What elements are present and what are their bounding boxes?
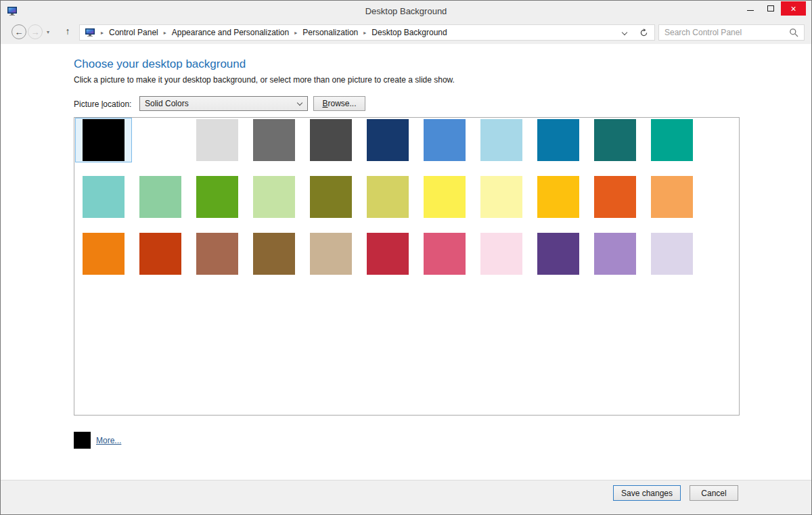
color-tile[interactable] — [302, 231, 359, 276]
color-swatch[interactable] — [537, 233, 579, 275]
color-tile[interactable] — [416, 231, 473, 276]
color-swatch[interactable] — [139, 119, 181, 161]
color-swatch[interactable] — [310, 119, 352, 161]
color-swatch[interactable] — [594, 119, 636, 161]
color-swatch[interactable] — [196, 176, 238, 218]
color-tile[interactable] — [416, 118, 473, 162]
color-tile[interactable] — [302, 118, 359, 162]
color-swatch[interactable] — [480, 233, 522, 275]
color-tile[interactable] — [530, 118, 587, 162]
forward-button[interactable]: → — [28, 24, 43, 39]
color-tile[interactable] — [246, 118, 302, 162]
color-swatch[interactable] — [537, 176, 579, 218]
color-tile[interactable] — [189, 231, 246, 276]
color-swatch[interactable] — [83, 176, 125, 218]
breadcrumb-item[interactable]: Desktop Background — [371, 28, 447, 37]
color-swatch[interactable] — [196, 119, 238, 161]
breadcrumb-item[interactable]: Control Panel — [109, 28, 158, 37]
color-swatch[interactable] — [253, 176, 295, 218]
color-tile[interactable] — [644, 231, 700, 276]
color-swatch[interactable] — [367, 119, 409, 161]
caption-buttons: × — [740, 1, 806, 16]
color-tile[interactable] — [644, 118, 700, 162]
color-swatch[interactable] — [367, 176, 409, 218]
color-tile[interactable] — [473, 118, 530, 162]
color-tile[interactable] — [75, 118, 132, 162]
address-bar[interactable]: ▸Control Panel▸Appearance and Personaliz… — [79, 24, 655, 41]
close-button[interactable]: × — [781, 1, 806, 16]
breadcrumb-item[interactable]: Personalization — [302, 28, 358, 37]
color-tile[interactable] — [132, 231, 189, 276]
color-swatch[interactable] — [651, 233, 693, 275]
desktop-background-window: Desktop Background × ← → ▾ ↑ — [0, 0, 812, 515]
back-button[interactable]: ← — [12, 24, 26, 39]
color-tile[interactable] — [75, 175, 132, 219]
color-tile[interactable] — [473, 175, 530, 219]
color-tile[interactable] — [189, 175, 246, 219]
breadcrumb-separator-icon: ▸ — [294, 30, 297, 36]
color-swatch[interactable] — [139, 176, 181, 218]
color-swatch[interactable] — [139, 233, 181, 275]
color-tile[interactable] — [644, 175, 700, 219]
color-swatch[interactable] — [651, 119, 693, 161]
color-tile[interactable] — [132, 175, 189, 219]
color-tile[interactable] — [530, 231, 587, 276]
color-grid — [74, 117, 740, 416]
more-link[interactable]: More... — [96, 436, 121, 445]
browse-button[interactable]: Browse... — [313, 96, 365, 111]
maximize-button[interactable] — [761, 1, 781, 16]
selected-color-preview — [74, 432, 91, 449]
minimize-button[interactable] — [740, 1, 761, 16]
up-button[interactable]: ↑ — [60, 26, 75, 39]
chevron-down-icon — [622, 30, 627, 35]
recent-pages-dropdown[interactable]: ▾ — [47, 29, 49, 35]
color-swatch[interactable] — [594, 176, 636, 218]
color-tile[interactable] — [587, 175, 644, 219]
color-tile[interactable] — [530, 175, 587, 219]
refresh-button[interactable] — [633, 25, 654, 40]
cancel-button[interactable]: Cancel — [690, 485, 738, 501]
color-swatch[interactable] — [253, 233, 295, 275]
color-swatch[interactable] — [537, 119, 579, 161]
color-tile[interactable] — [246, 175, 302, 219]
address-dropdown-icon[interactable] — [616, 25, 633, 40]
color-swatch[interactable] — [196, 233, 238, 275]
color-tile[interactable] — [587, 231, 644, 276]
picture-location-select[interactable]: Solid Colors — [139, 96, 308, 111]
color-swatch[interactable] — [83, 119, 125, 161]
save-changes-button[interactable]: Save changes — [613, 485, 681, 501]
search-box[interactable] — [658, 24, 805, 41]
color-tile[interactable] — [416, 175, 473, 219]
color-tile[interactable] — [587, 118, 644, 162]
color-swatch[interactable] — [424, 119, 466, 161]
color-tile[interactable] — [473, 231, 530, 276]
color-tile[interactable] — [246, 231, 302, 276]
color-swatch[interactable] — [480, 119, 522, 161]
color-tile[interactable] — [359, 118, 416, 162]
refresh-icon — [639, 28, 648, 37]
breadcrumb: ▸Control Panel▸Appearance and Personaliz… — [95, 28, 447, 37]
color-tile[interactable] — [189, 118, 246, 162]
close-icon: × — [790, 4, 796, 14]
color-tile[interactable] — [302, 175, 359, 219]
color-tile[interactable] — [132, 118, 189, 162]
combo-dropdown-icon — [297, 100, 302, 106]
color-swatch[interactable] — [367, 233, 409, 275]
color-swatch[interactable] — [424, 233, 466, 275]
color-swatch[interactable] — [253, 119, 295, 161]
instruction-text: Click a picture to make it your desktop … — [74, 75, 455, 85]
search-icon[interactable] — [789, 28, 798, 37]
color-swatch[interactable] — [310, 176, 352, 218]
color-swatch[interactable] — [424, 176, 466, 218]
color-swatch[interactable] — [651, 176, 693, 218]
color-tile[interactable] — [359, 231, 416, 276]
color-swatch[interactable] — [480, 176, 522, 218]
color-swatch[interactable] — [83, 233, 125, 275]
color-swatch[interactable] — [310, 233, 352, 275]
color-tile[interactable] — [75, 231, 132, 276]
search-input[interactable] — [659, 28, 789, 37]
color-tile[interactable] — [359, 175, 416, 219]
color-swatch[interactable] — [594, 233, 636, 275]
breadcrumb-item[interactable]: Appearance and Personalization — [172, 28, 289, 37]
window-title: Desktop Background — [1, 6, 811, 16]
